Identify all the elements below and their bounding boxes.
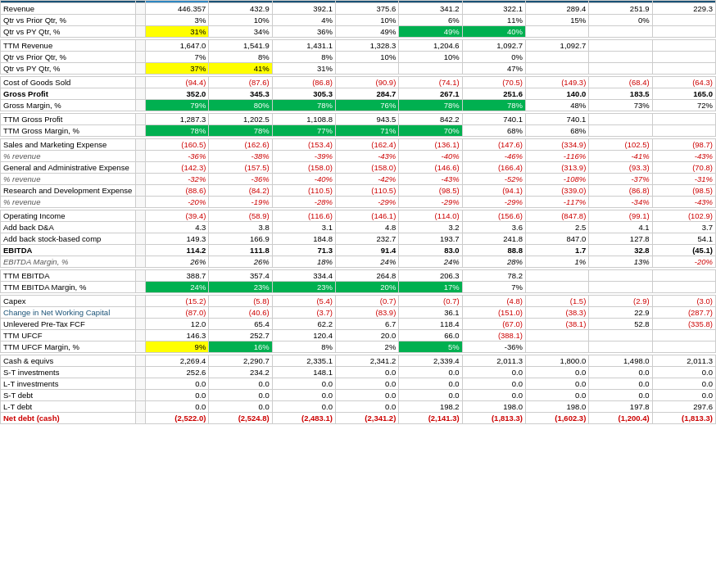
- table-row: L-T investments0.00.00.00.00.00.00.00.00…: [1, 378, 716, 390]
- table-row: TTM EBITDA Margin, %24%23%23%20%17%7%: [1, 282, 716, 293]
- data-cell: -40%: [272, 174, 335, 185]
- data-cell: 3.2: [399, 222, 462, 233]
- table-row: Sales and Marketing Expense(160.5)(162.6…: [1, 139, 716, 151]
- data-cell: (83.9): [336, 307, 399, 319]
- data-cell: -52%: [462, 174, 525, 185]
- data-cell: (136.1): [399, 139, 462, 151]
- data-cell: (153.4): [272, 139, 335, 151]
- row-label: TTM Gross Margin, %: [1, 125, 136, 137]
- empty-cell: [136, 162, 146, 174]
- data-cell: 77%: [272, 125, 335, 137]
- data-cell: (339.0): [525, 185, 588, 197]
- data-cell: (38.1): [525, 319, 588, 330]
- row-label: % revenue: [1, 174, 136, 185]
- data-cell: (313.9): [525, 162, 588, 174]
- data-cell: (67.0): [462, 319, 525, 330]
- data-cell: [652, 270, 715, 282]
- data-cell: 83.0: [399, 245, 462, 256]
- data-cell: 24%: [399, 256, 462, 268]
- data-cell: [525, 52, 588, 63]
- data-cell: 7%: [462, 282, 525, 293]
- data-cell: (93.3): [589, 162, 652, 174]
- data-cell: -43%: [652, 197, 715, 208]
- data-cell: 267.1: [399, 88, 462, 100]
- data-cell: 1,431.1: [272, 40, 335, 52]
- row-label: Cost of Goods Sold: [1, 77, 136, 88]
- empty-cell: [136, 355, 146, 367]
- data-cell: (98.5): [399, 185, 462, 197]
- empty-cell: [136, 319, 146, 330]
- data-cell: (0.7): [399, 296, 462, 307]
- data-cell: 23%: [272, 282, 335, 293]
- data-cell: 334.4: [272, 270, 335, 282]
- data-cell: (2,341.2): [336, 413, 399, 424]
- data-cell: 0.0: [589, 390, 652, 401]
- row-label: % revenue: [1, 197, 136, 208]
- data-cell: (116.6): [272, 210, 335, 222]
- data-cell: 0.0: [525, 367, 588, 378]
- data-cell: (110.5): [336, 185, 399, 197]
- data-cell: 1,108.8: [272, 114, 335, 125]
- data-cell: 6%: [399, 15, 462, 26]
- data-cell: (142.3): [146, 162, 209, 174]
- data-cell: 73%: [589, 100, 652, 111]
- empty-cell: [136, 341, 146, 353]
- data-cell: (2,483.1): [272, 413, 335, 424]
- data-cell: -41%: [589, 151, 652, 162]
- data-cell: 943.5: [336, 114, 399, 125]
- data-cell: 71%: [336, 125, 399, 137]
- data-cell: 2,011.3: [462, 355, 525, 367]
- data-cell: 740.1: [462, 114, 525, 125]
- row-label: Add back stock-based comp: [1, 233, 136, 245]
- data-cell: -43%: [399, 174, 462, 185]
- data-cell: 1,092.7: [525, 40, 588, 52]
- table-row: TTM Revenue1,647.01,541.91,431.11,328.31…: [1, 40, 716, 52]
- table-row: L-T debt0.00.00.00.0198.2198.0198.0197.8…: [1, 401, 716, 413]
- data-cell: -29%: [336, 197, 399, 208]
- data-cell: 352.0: [146, 88, 209, 100]
- data-cell: 11%: [462, 15, 525, 26]
- data-cell: 78%: [462, 100, 525, 111]
- data-cell: 70%: [399, 125, 462, 137]
- data-cell: 0.0: [589, 378, 652, 390]
- row-label: EBITDA Margin, %: [1, 256, 136, 268]
- data-cell: (162.4): [336, 139, 399, 151]
- data-cell: 0.0: [272, 378, 335, 390]
- data-cell: 357.4: [209, 270, 272, 282]
- data-cell: 111.8: [209, 245, 272, 256]
- data-cell: -36%: [462, 341, 525, 353]
- table-row: EBITDA114.2111.871.391.483.088.81.732.8(…: [1, 245, 716, 256]
- table-row: Qtr vs PY Qtr, %31%34%36%49%49%40%: [1, 26, 716, 38]
- row-label: Cash & equivs: [1, 355, 136, 367]
- empty-cell: [136, 390, 146, 401]
- data-cell: (388.1): [462, 330, 525, 341]
- data-cell: 3.1: [272, 222, 335, 233]
- financials-table: Revenue446.357432.9392.1375.6341.2322.12…: [0, 0, 716, 424]
- data-cell: 28%: [462, 256, 525, 268]
- data-cell: 3.8: [209, 222, 272, 233]
- data-cell: 0.0: [525, 378, 588, 390]
- data-cell: [525, 63, 588, 75]
- data-cell: 0.0: [652, 378, 715, 390]
- table-row: General and Administrative Expense(142.3…: [1, 162, 716, 174]
- data-cell: (114.0): [399, 210, 462, 222]
- empty-cell: [136, 114, 146, 125]
- table-row: Add back D&A4.33.83.14.83.23.62.54.13.7: [1, 222, 716, 233]
- data-cell: 740.1: [525, 114, 588, 125]
- empty-cell: [136, 413, 146, 424]
- empty-cell: [136, 185, 146, 197]
- data-cell: 140.0: [525, 88, 588, 100]
- data-cell: 71.3: [272, 245, 335, 256]
- data-cell: 68%: [462, 125, 525, 137]
- row-label: L-T investments: [1, 378, 136, 390]
- data-cell: 8%: [272, 52, 335, 63]
- data-cell: 36%: [272, 26, 335, 38]
- data-cell: 10%: [399, 52, 462, 63]
- main-container: Revenue446.357432.9392.1375.6341.2322.12…: [0, 0, 716, 424]
- data-cell: 91.4: [336, 245, 399, 256]
- data-cell: 78%: [209, 125, 272, 137]
- data-cell: 842.2: [399, 114, 462, 125]
- data-cell: (99.1): [589, 210, 652, 222]
- row-label: Add back D&A: [1, 222, 136, 233]
- data-cell: (1,200.4): [589, 413, 652, 424]
